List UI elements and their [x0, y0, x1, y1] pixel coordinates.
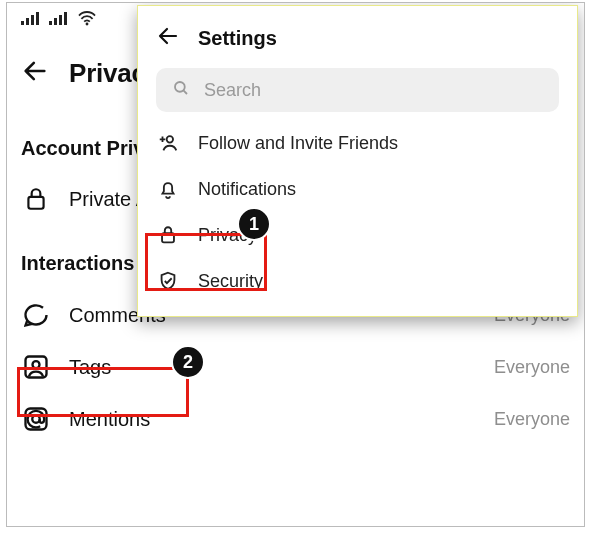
- settings-search[interactable]: Search: [156, 68, 559, 112]
- tags-value: Everyone: [494, 357, 570, 378]
- signal-icon: [49, 11, 69, 25]
- svg-rect-9: [28, 197, 43, 209]
- annotation-step-1: 1: [237, 207, 271, 241]
- svg-point-14: [175, 82, 185, 92]
- lock-icon: [21, 186, 51, 212]
- settings-row-security[interactable]: Security: [138, 258, 577, 304]
- svg-rect-3: [36, 12, 39, 25]
- settings-title: Settings: [198, 27, 277, 50]
- annotation-step-2: 2: [171, 345, 205, 379]
- at-icon: [21, 405, 51, 433]
- svg-rect-4: [49, 21, 52, 25]
- tag-person-icon: [21, 353, 51, 381]
- svg-rect-16: [162, 233, 174, 242]
- signal-icon: [21, 11, 41, 25]
- svg-rect-0: [21, 21, 24, 25]
- lock-icon: [156, 224, 180, 246]
- settings-header: Settings: [138, 6, 577, 62]
- settings-row-privacy[interactable]: Privacy: [138, 212, 577, 258]
- svg-point-8: [86, 23, 89, 26]
- mentions-value: Everyone: [494, 409, 570, 430]
- svg-rect-7: [64, 12, 67, 25]
- settings-follow-label: Follow and Invite Friends: [198, 133, 398, 154]
- back-button[interactable]: [21, 57, 49, 89]
- settings-row-follow[interactable]: Follow and Invite Friends: [138, 120, 577, 166]
- bell-icon: [156, 178, 180, 200]
- app-frame: Privacy Account Privacy Private Account …: [6, 2, 585, 527]
- mentions-label: Mentions: [69, 408, 150, 431]
- search-placeholder: Search: [204, 80, 261, 101]
- settings-notifications-label: Notifications: [198, 179, 296, 200]
- search-icon: [172, 79, 190, 101]
- svg-point-15: [167, 136, 173, 142]
- svg-rect-5: [54, 18, 57, 25]
- row-tags[interactable]: Tags Everyone: [7, 341, 584, 393]
- row-mentions[interactable]: Mentions Everyone: [7, 393, 584, 445]
- svg-rect-2: [31, 15, 34, 25]
- svg-rect-1: [26, 18, 29, 25]
- add-person-icon: [156, 132, 180, 154]
- tags-label: Tags: [69, 356, 111, 379]
- settings-security-label: Security: [198, 271, 263, 292]
- settings-row-notifications[interactable]: Notifications: [138, 166, 577, 212]
- comment-icon: [21, 301, 51, 329]
- svg-point-11: [33, 361, 40, 368]
- shield-icon: [156, 270, 180, 292]
- svg-rect-6: [59, 15, 62, 25]
- back-button[interactable]: [156, 24, 180, 52]
- settings-overlay: Settings Search Follow and Invite Friend…: [137, 5, 578, 317]
- wifi-icon: [77, 10, 97, 26]
